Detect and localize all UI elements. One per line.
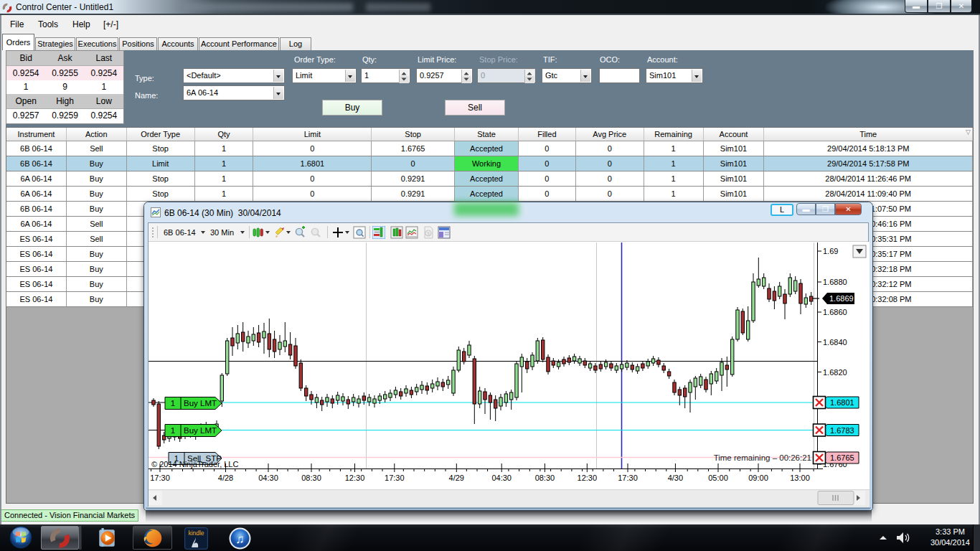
svg-text:12:30: 12:30 [578,474,598,482]
svg-text:05:00: 05:00 [708,474,728,482]
svg-text:$: $ [427,230,430,237]
svg-text:4/29: 4/29 [449,474,464,482]
svg-text:09:00: 09:00 [748,474,768,482]
svg-text:17:30: 17:30 [150,474,170,482]
svg-text:♫: ♫ [235,532,245,546]
svg-text:1.6840: 1.6840 [823,338,847,347]
svg-text:04:30: 04:30 [491,474,512,482]
svg-text:08:30: 08:30 [535,474,555,482]
svg-text:© 2014 NinjaTrader, LLC: © 2014 NinjaTrader, LLC [151,460,238,468]
svg-text:1.69: 1.69 [823,247,838,255]
svg-text:17:30: 17:30 [618,474,638,482]
svg-text:04:30: 04:30 [258,474,278,482]
svg-text:08:30: 08:30 [301,474,321,482]
svg-text:1.6869: 1.6869 [829,294,854,303]
svg-text:1: 1 [171,426,175,435]
svg-text:1.6820: 1.6820 [823,368,847,377]
svg-text:Buy LMT: Buy LMT [184,399,217,408]
svg-text:1.6880: 1.6880 [823,278,847,286]
svg-text:Time remaining – 00:26:21: Time remaining – 00:26:21 [714,453,811,462]
svg-text:Buy LMT: Buy LMT [184,426,217,435]
svg-text:1: 1 [171,399,175,408]
svg-text:17:30: 17:30 [385,474,405,482]
svg-text:12:30: 12:30 [345,474,365,482]
svg-text:kindle: kindle [188,529,204,537]
svg-text:1.6801: 1.6801 [830,398,854,407]
svg-text:4/30: 4/30 [668,474,683,482]
svg-text:1.6783: 1.6783 [830,426,854,435]
svg-text:13:00: 13:00 [790,474,810,482]
svg-text:1.6765: 1.6765 [830,453,854,462]
svg-text:4/28: 4/28 [218,474,233,482]
svg-text:1.6860: 1.6860 [823,308,847,316]
